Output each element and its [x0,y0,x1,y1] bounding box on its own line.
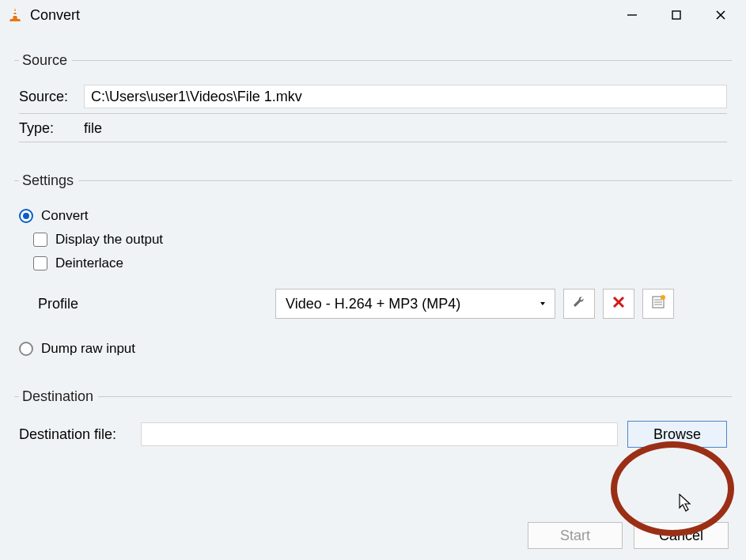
svg-rect-1 [13,14,17,16]
settings-group: Settings Convert Display the output Dein… [14,172,732,374]
svg-rect-3 [672,11,680,19]
close-button[interactable] [699,0,743,30]
convert-radio[interactable]: Convert [19,208,727,224]
svg-point-12 [661,295,665,300]
profile-value: Video - H.264 + MP3 (MP4) [286,296,460,312]
profile-label: Profile [38,296,275,312]
cancel-button-label: Cancel [659,528,703,544]
dialog-footer: Start Cancel [528,522,729,549]
new-list-icon [650,294,666,314]
delete-profile-button[interactable] [603,289,634,319]
edit-profile-button[interactable] [563,289,595,319]
convert-radio-label: Convert [41,208,89,224]
window-title: Convert [30,7,80,24]
checkbox-icon [33,256,47,271]
destination-group: Destination Destination file: Browse [14,388,732,462]
source-legend: Source [19,52,72,69]
dump-raw-radio[interactable]: Dump raw input [19,341,727,357]
wrench-icon [571,294,587,314]
radio-icon [19,342,33,356]
radio-icon [19,209,33,223]
cursor-icon [679,494,695,516]
deinterlace-checkbox[interactable]: Deinterlace [33,255,727,271]
x-icon [612,295,626,313]
destination-file-label: Destination file: [19,426,141,443]
source-group: Source Source: Type: file [14,52,732,158]
deinterlace-label: Deinterlace [55,255,123,271]
chevron-down-icon [540,302,545,305]
type-label: Type: [19,120,84,137]
minimize-button[interactable] [610,0,654,30]
new-profile-button[interactable] [642,289,674,319]
cancel-button[interactable]: Cancel [634,522,729,549]
destination-legend: Destination [19,388,98,405]
start-button-label: Start [560,528,590,544]
destination-file-input[interactable] [141,422,618,446]
display-output-checkbox[interactable]: Display the output [33,232,727,248]
settings-legend: Settings [19,172,78,189]
profile-select[interactable]: Video - H.264 + MP3 (MP4) [275,289,555,319]
dump-raw-label: Dump raw input [41,341,135,357]
svg-rect-0 [13,11,17,13]
browse-button-label: Browse [653,426,701,443]
source-label: Source: [19,89,84,105]
display-output-label: Display the output [55,232,163,248]
vlc-cone-icon [6,6,24,24]
type-value: file [84,120,102,137]
checkbox-icon [33,233,47,247]
browse-button[interactable]: Browse [627,421,727,448]
titlebar: Convert [0,0,746,30]
divider [19,113,727,114]
divider [19,142,727,142]
start-button[interactable]: Start [528,522,623,549]
maximize-button[interactable] [654,0,699,30]
source-path-input[interactable] [84,85,727,108]
